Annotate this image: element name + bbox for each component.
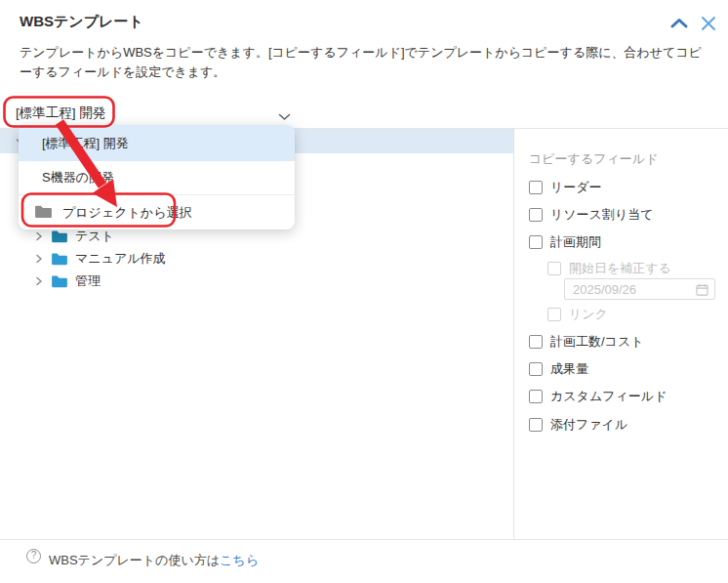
checkbox-label: 成果量 bbox=[550, 360, 588, 378]
checkbox-label: 計画期間 bbox=[550, 233, 601, 251]
checkbox-label: 添付ファイル bbox=[550, 416, 627, 434]
checkbox-row-deliverable[interactable]: 成果量 bbox=[529, 360, 588, 378]
footer-divider bbox=[0, 539, 728, 540]
checkbox-row-adjust-start-date: 開始日を補正する bbox=[547, 260, 671, 277]
help-text-label: WBSテンプレートの使い方は bbox=[49, 553, 220, 567]
template-select[interactable]: [標準工程] 開発 bbox=[16, 99, 293, 128]
checkbox-label: 開始日を補正する bbox=[569, 260, 671, 277]
checkbox-label: リソース割り当て bbox=[550, 206, 654, 224]
folder-icon bbox=[34, 204, 53, 222]
help-text: WBSテンプレートの使い方はこちら bbox=[49, 552, 259, 569]
checkbox[interactable] bbox=[529, 235, 543, 249]
tree-item-label: 管理 bbox=[75, 272, 101, 290]
tree-item-label: マニュアル作成 bbox=[75, 250, 166, 268]
dialog-title: WBSテンプレート bbox=[20, 13, 143, 31]
collapse-button[interactable] bbox=[669, 16, 689, 31]
folder-icon bbox=[51, 252, 68, 266]
copy-fields-heading: コピーするフィールド bbox=[529, 150, 658, 168]
checkbox[interactable] bbox=[529, 208, 543, 222]
checkbox-row-leader[interactable]: リーダー bbox=[529, 179, 602, 196]
help-icon: ? bbox=[26, 549, 41, 563]
chevron-right-icon[interactable] bbox=[35, 276, 44, 285]
chevron-right-icon[interactable] bbox=[35, 231, 44, 240]
start-date-input: 2025/09/26 bbox=[564, 278, 715, 300]
close-button[interactable] bbox=[699, 14, 718, 33]
template-dropdown-menu: [標準工程] 開発 S機器の開発 プロジェクトから選択 bbox=[19, 125, 295, 229]
dialog-description: テンプレートからWBSをコピーできます。[コピーするフィールド]でテンプレートか… bbox=[20, 43, 710, 82]
tree-row-kanri[interactable]: 管理 bbox=[0, 270, 513, 292]
checkbox-row-plan-cost[interactable]: 計画工数/コスト bbox=[529, 333, 644, 351]
checkbox-row-link: リンク bbox=[547, 306, 608, 323]
dropdown-option-label: S機器の開発 bbox=[42, 169, 114, 187]
calendar-icon bbox=[696, 283, 708, 296]
checkbox-row-plan-period[interactable]: 計画期間 bbox=[529, 233, 601, 251]
checkbox[interactable] bbox=[529, 335, 543, 349]
chevron-down-icon bbox=[278, 107, 291, 125]
dropdown-option-s-device[interactable]: S機器の開発 bbox=[19, 161, 295, 195]
checkbox[interactable] bbox=[529, 181, 543, 194]
tree-row-manual[interactable]: マニュアル作成 bbox=[0, 247, 513, 270]
checkbox-label: リーダー bbox=[550, 179, 602, 196]
dropdown-option-select-from-project[interactable]: プロジェクトから選択 bbox=[19, 195, 295, 229]
checkbox[interactable] bbox=[529, 418, 543, 432]
wbs-template-dialog: WBSテンプレート テンプレートからWBSをコピーできます。[コピーするフィール… bbox=[0, 0, 728, 583]
panel-divider bbox=[513, 128, 514, 539]
checkbox bbox=[547, 262, 561, 275]
checkbox bbox=[547, 308, 561, 321]
checkbox-row-resource[interactable]: リソース割り当て bbox=[529, 206, 654, 224]
folder-icon bbox=[51, 229, 68, 243]
dropdown-option-standard-process[interactable]: [標準工程] 開発 bbox=[19, 125, 295, 161]
folder-icon bbox=[51, 274, 68, 288]
dropdown-option-label: プロジェクトから選択 bbox=[62, 204, 191, 222]
checkbox-label: リンク bbox=[569, 306, 608, 323]
checkbox-label: カスタムフィールド bbox=[550, 388, 667, 405]
chevron-up-icon bbox=[669, 18, 689, 34]
checkbox-row-custom-field[interactable]: カスタムフィールド bbox=[529, 388, 667, 405]
close-icon bbox=[699, 20, 718, 36]
checkbox-row-attachment[interactable]: 添付ファイル bbox=[529, 416, 627, 434]
dropdown-option-label: [標準工程] 開発 bbox=[42, 135, 129, 152]
checkbox[interactable] bbox=[529, 362, 543, 376]
template-select-value: [標準工程] 開発 bbox=[16, 104, 105, 122]
tree-item-label: テスト bbox=[75, 228, 114, 245]
checkbox-label: 計画工数/コスト bbox=[550, 333, 644, 351]
chevron-right-icon[interactable] bbox=[35, 254, 44, 263]
help-link[interactable]: こちら bbox=[220, 553, 259, 567]
checkbox[interactable] bbox=[529, 390, 543, 403]
start-date-value: 2025/09/26 bbox=[573, 282, 696, 297]
